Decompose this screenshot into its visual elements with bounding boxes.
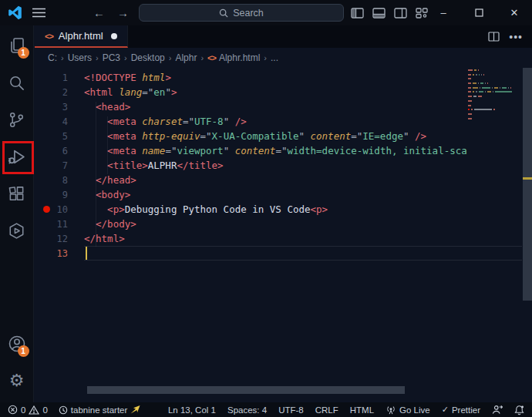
tabnine-icon — [59, 405, 68, 415]
status-feedback[interactable] — [492, 405, 503, 415]
breadcrumb-segment[interactable]: ... — [271, 52, 278, 63]
breadcrumb-segment[interactable]: C: — [48, 52, 57, 63]
warning-icon — [29, 405, 39, 415]
code-line[interactable]: 10 <p>Debugging Python Code in VS Code<p… — [35, 202, 532, 217]
line-number[interactable]: 11 — [35, 219, 84, 230]
activity-item-settings[interactable]: ⚙ — [0, 362, 34, 399]
activity-item-explorer[interactable]: 1 — [0, 27, 34, 64]
code-line[interactable]: 4 <meta charset="UTF-8" /> — [35, 114, 532, 129]
debug-icon — [7, 147, 26, 166]
vertical-scrollbar[interactable] — [523, 68, 532, 301]
back-arrow-icon[interactable]: ← — [93, 6, 105, 19]
status-encoding[interactable]: UTF-8 — [278, 405, 304, 415]
search-input[interactable]: Search — [139, 4, 344, 22]
line-number[interactable]: 6 — [35, 146, 84, 156]
status-tabnine[interactable]: tabnine starter — [59, 405, 141, 415]
activity-item-search[interactable] — [0, 64, 34, 101]
breadcrumb-segment[interactable]: Alphr — [175, 52, 197, 63]
status-cursor-position[interactable]: Ln 13, Col 1 — [168, 405, 216, 415]
status-prettier[interactable]: ✓Prettier — [442, 405, 480, 415]
status-indentation[interactable]: Spaces: 4 — [227, 405, 267, 415]
line-number[interactable]: 3 — [35, 102, 84, 113]
breakpoint-dot[interactable] — [43, 206, 50, 213]
code-line[interactable]: 13 — [35, 246, 532, 261]
error-icon — [8, 405, 18, 415]
chevron-separator-icon: › — [200, 53, 204, 62]
tab-label: Alphr.html — [59, 30, 103, 42]
status-eol[interactable]: CRLF — [315, 405, 338, 415]
activity-item-source-control[interactable] — [0, 101, 34, 138]
code-line[interactable]: 6 <meta name="viewport" content="width=d… — [35, 143, 532, 158]
line-number[interactable]: 13 — [35, 248, 84, 259]
status-language-mode[interactable]: HTML — [350, 405, 374, 415]
toggle-secondary-sidebar-icon[interactable] — [394, 8, 407, 18]
activity-item-extensions[interactable] — [0, 175, 34, 212]
status-label: Spaces: 4 — [227, 405, 267, 415]
line-number[interactable]: 8 — [35, 175, 84, 186]
line-number[interactable]: 4 — [35, 116, 84, 127]
code-line[interactable]: 1<!DOCTYPE html> — [35, 70, 532, 85]
chevron-separator-icon: › — [264, 53, 267, 62]
menu-icon[interactable] — [32, 8, 45, 18]
code-line[interactable]: 2<html lang="en"> — [35, 85, 532, 99]
breadcrumb-segment[interactable]: PC3 — [103, 52, 120, 63]
minimap-line — [468, 78, 522, 79]
activity-item-run-and-debug[interactable] — [0, 138, 34, 175]
status-go-live[interactable]: Go Live — [386, 405, 430, 415]
chevron-separator-icon: › — [96, 53, 99, 62]
toggle-panel-icon[interactable] — [372, 8, 386, 18]
code-line[interactable]: 7 <title>ALPHR</title> — [35, 158, 532, 173]
line-number[interactable]: 1 — [35, 72, 84, 83]
line-number[interactable]: 2 — [35, 87, 84, 98]
code-text: <meta http-equiv="X-UA-Compatible" conte… — [84, 130, 497, 142]
code-line[interactable]: 11 </body> — [35, 217, 532, 231]
more-actions-icon[interactable]: ••• — [509, 31, 523, 43]
code-text: </head> — [84, 174, 497, 186]
code-line[interactable]: 12</html> — [35, 231, 532, 246]
breadcrumb-segment[interactable]: <>Alphr.html — [207, 52, 260, 63]
close-button[interactable]: ✕ — [497, 0, 532, 25]
activity-item-accounts[interactable]: 1 — [0, 325, 34, 362]
status-bar: 00tabnine starter Ln 13, Col 1Spaces: 4U… — [0, 402, 532, 417]
search-icon — [8, 74, 25, 92]
code-editor[interactable]: 1<!DOCTYPE html>2<html lang="en">3 <head… — [35, 68, 532, 402]
current-line-highlight — [84, 246, 522, 261]
code-line[interactable]: 9 <body> — [35, 187, 532, 202]
line-number[interactable]: 10 — [35, 204, 84, 215]
minimap-line — [468, 96, 522, 97]
code-line[interactable]: 5 <meta http-equiv="X-UA-Compatible" con… — [35, 129, 532, 143]
horizontal-scrollbar[interactable] — [87, 386, 405, 394]
code-text: <title>ALPHR</title> — [84, 160, 497, 171]
title-bar: ← → Search – — [0, 0, 532, 25]
code-text: <meta name="viewport" content="width=dev… — [84, 145, 497, 156]
person-icon — [492, 405, 503, 415]
split-editor-icon[interactable] — [488, 32, 500, 42]
text-cursor — [86, 247, 87, 260]
line-number[interactable]: 12 — [35, 234, 84, 244]
status-problems[interactable]: 00 — [8, 405, 48, 415]
code-text: <meta charset="UTF-8" /> — [84, 116, 497, 127]
breadcrumb-segment[interactable]: Users — [68, 52, 92, 63]
minimap-line — [468, 100, 522, 102]
activity-item-live-preview[interactable] — [0, 212, 34, 249]
line-number[interactable]: 7 — [35, 160, 84, 171]
status-notifications[interactable] — [514, 405, 524, 415]
maximize-button[interactable] — [461, 0, 497, 25]
forward-arrow-icon[interactable]: → — [117, 6, 129, 19]
line-number[interactable]: 5 — [35, 131, 84, 142]
code-line[interactable]: 8 </head> — [35, 173, 532, 187]
breadcrumb-segment[interactable]: Desktop — [131, 52, 165, 63]
code-text: <p>Debugging Python Code in VS Code<p> — [84, 203, 497, 215]
tab-bar: <> Alphr.html ••• — [35, 25, 532, 48]
code-line[interactable]: 3 <head> — [35, 99, 532, 114]
status-label: 0 — [42, 405, 47, 415]
status-label: CRLF — [315, 405, 338, 415]
tab-alphr-html[interactable]: <> Alphr.html — [35, 25, 128, 48]
toggle-sidebar-icon[interactable] — [351, 8, 364, 18]
minimap[interactable] — [468, 69, 522, 126]
line-number[interactable]: 9 — [35, 190, 84, 200]
modified-dot-icon[interactable] — [111, 33, 117, 39]
minimize-button[interactable]: – — [426, 0, 461, 25]
code-text: <head> — [84, 101, 497, 113]
status-label: Go Live — [399, 405, 430, 415]
